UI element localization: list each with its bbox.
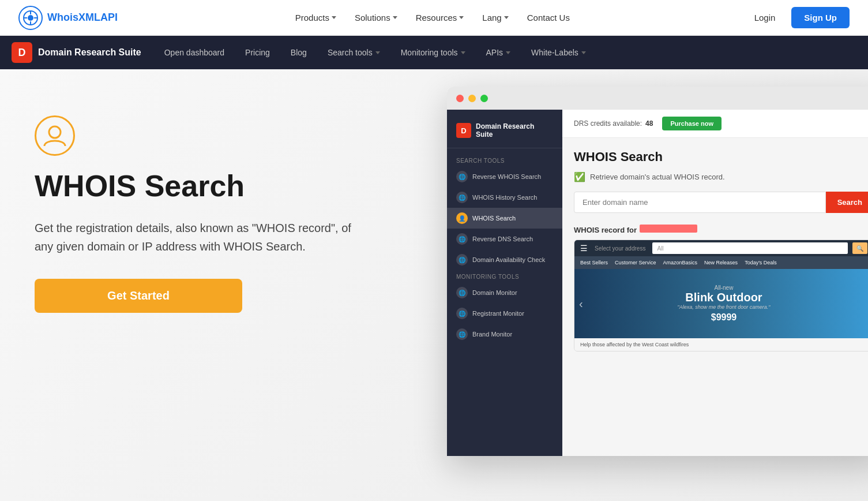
amazon-nav-best-sellers: Best Sellers xyxy=(580,260,608,266)
domain-input[interactable] xyxy=(574,192,826,213)
nav-white-labels[interactable]: White-Labels xyxy=(522,43,595,62)
logo-icon xyxy=(18,6,43,30)
amazon-search-button[interactable]: 🔍 xyxy=(852,242,867,254)
chevron-down-icon xyxy=(332,16,336,19)
app-main: DRS credits available: 48 Purchase now W… xyxy=(562,110,868,456)
amazon-hero-price: $9999 xyxy=(678,312,771,323)
tool-description: ✅ Retrieve domain's actual WHOIS record. xyxy=(574,171,868,182)
logo-area: WhoisXMLAPI xyxy=(18,6,118,30)
top-nav-menu: Products Solutions Resources Lang Contac… xyxy=(287,8,578,27)
nav-item-contact[interactable]: Contact Us xyxy=(519,8,578,27)
drs-logo-text: Domain Research Suite xyxy=(38,47,141,58)
sidebar-header: D Domain Research Suite xyxy=(447,117,562,148)
nav-blog[interactable]: Blog xyxy=(281,43,316,62)
user-icon: 👤 xyxy=(456,212,468,224)
amazon-hero-subtitle: All-new xyxy=(678,285,771,291)
chevron-down-icon xyxy=(375,51,380,54)
drs-logo-icon: D xyxy=(12,42,32,63)
globe-icon: 🌐 xyxy=(456,192,468,203)
credits-label: DRS credits available: xyxy=(574,119,642,128)
amazon-widget: ☰ Select your address All 🔍 Best Sellers… xyxy=(574,240,868,352)
browser-titlebar xyxy=(447,87,868,110)
sidebar-item-reverse-dns[interactable]: 🌐 Reverse DNS Search xyxy=(447,229,562,249)
browser-maximize-dot xyxy=(480,95,488,102)
browser-close-dot xyxy=(456,95,464,102)
nav-open-dashboard[interactable]: Open dashboard xyxy=(155,43,234,62)
browser-minimize-dot xyxy=(468,95,476,102)
amazon-nav: Best Sellers Customer Service AmazonBasi… xyxy=(574,256,868,269)
sidebar-logo-icon: D xyxy=(456,123,471,138)
whois-record-row: WHOIS record for xyxy=(574,225,868,235)
top-navigation: WhoisXMLAPI Products Solutions Resources… xyxy=(0,0,868,36)
sidebar-item-registrant-monitor[interactable]: 🌐 Registrant Monitor xyxy=(447,303,562,324)
hero-description: Get the registration details, also known… xyxy=(35,219,369,256)
globe-icon: 🌐 xyxy=(456,233,468,245)
check-icon: ✅ xyxy=(574,171,585,182)
amazon-bottom-bar: Help those affected by the West Coast wi… xyxy=(574,338,868,351)
tool-desc-text: Retrieve domain's actual WHOIS record. xyxy=(590,173,725,181)
nav-pricing[interactable]: Pricing xyxy=(236,43,279,62)
globe-icon: 🌐 xyxy=(456,328,468,340)
amazon-bottom-text: Help those affected by the West Coast wi… xyxy=(580,342,689,347)
globe-icon: 🌐 xyxy=(456,171,468,182)
signup-button[interactable]: Sign Up xyxy=(791,7,850,28)
globe-icon: 🌐 xyxy=(456,308,468,319)
nav-item-products[interactable]: Products xyxy=(287,8,344,27)
sidebar-item-domain-monitor[interactable]: 🌐 Domain Monitor xyxy=(447,282,562,303)
hero-section: WHOIS Search Get the registration detail… xyxy=(0,69,868,501)
amazon-search-input[interactable]: All xyxy=(652,242,848,254)
get-started-button[interactable]: Get Started xyxy=(35,279,242,313)
amazon-nav-new-releases: New Releases xyxy=(704,260,738,266)
chevron-down-icon xyxy=(506,51,510,54)
app-window: D Domain Research Suite Search tools 🌐 R… xyxy=(447,110,868,456)
sidebar-item-reverse-whois[interactable]: 🌐 Reverse WHOIS Search xyxy=(447,166,562,187)
amazon-top-bar: ☰ Select your address All 🔍 xyxy=(574,240,868,256)
search-tools-label: Search tools xyxy=(447,154,562,166)
hero-content: WHOIS Search Get the registration detail… xyxy=(35,104,369,313)
amazon-hero-banner: ‹ All-new Blink Outdoor "Alexa, show me … xyxy=(574,269,868,338)
redacted-domain xyxy=(640,225,697,233)
chevron-down-icon xyxy=(459,16,464,19)
login-button[interactable]: Login xyxy=(747,8,783,27)
chevron-down-icon xyxy=(461,51,465,54)
amazon-nav-todays-deals: Today's Deals xyxy=(745,260,777,266)
sidebar-item-whois-search[interactable]: 👤 WHOIS Search xyxy=(447,208,562,229)
sidebar-item-brand-monitor[interactable]: 🌐 Brand Monitor xyxy=(447,324,562,345)
amazon-hero-quote: "Alexa, show me the front door camera." xyxy=(678,304,771,310)
tool-title: WHOIS Search xyxy=(574,149,868,164)
amazon-nav-amazon-basics: AmazonBasics xyxy=(663,260,698,266)
hero-title: WHOIS Search xyxy=(35,170,369,203)
nav-monitoring-tools[interactable]: Monitoring tools xyxy=(392,43,475,62)
nav-item-lang[interactable]: Lang xyxy=(474,8,516,27)
whois-record-label: WHOIS record for xyxy=(574,226,637,234)
amazon-hero-title: Blink Outdoor xyxy=(678,291,771,304)
credits-value: 48 xyxy=(645,119,653,128)
search-button[interactable]: Search xyxy=(826,192,868,213)
amazon-hero-text: All-new Blink Outdoor "Alexa, show me th… xyxy=(678,285,771,323)
app-main-header: DRS credits available: 48 Purchase now xyxy=(562,110,868,138)
hamburger-icon: ☰ xyxy=(580,244,588,253)
search-row: Search xyxy=(574,192,868,213)
browser-mockup: D Domain Research Suite Search tools 🌐 R… xyxy=(447,87,868,456)
chevron-down-icon xyxy=(393,16,397,19)
amazon-nav-customer-service: Customer Service xyxy=(615,260,656,266)
secondary-logo: D Domain Research Suite xyxy=(12,42,141,63)
app-sidebar: D Domain Research Suite Search tools 🌐 R… xyxy=(447,110,562,456)
chevron-down-icon xyxy=(504,16,509,19)
sidebar-item-domain-availability[interactable]: 🌐 Domain Availability Check xyxy=(447,249,562,270)
amazon-prev-arrow[interactable]: ‹ xyxy=(579,297,583,311)
nav-apis[interactable]: APIs xyxy=(477,43,520,62)
sidebar-item-whois-history[interactable]: 🌐 WHOIS History Search xyxy=(447,187,562,208)
app-main-body: WHOIS Search ✅ Retrieve domain's actual … xyxy=(562,138,868,363)
purchase-now-button[interactable]: Purchase now xyxy=(662,117,722,130)
svg-point-1 xyxy=(28,15,33,21)
chevron-down-icon xyxy=(581,51,586,54)
monitoring-tools-label: Monitoring tools xyxy=(447,270,562,282)
nav-item-resources[interactable]: Resources xyxy=(408,8,472,27)
credits-area: DRS credits available: 48 Purchase now xyxy=(574,117,722,130)
amazon-address-label: Select your address xyxy=(595,245,645,252)
nav-search-tools[interactable]: Search tools xyxy=(318,43,389,62)
brand-name: WhoisXMLAPI xyxy=(47,12,118,24)
auth-area: Login Sign Up xyxy=(747,7,850,28)
nav-item-solutions[interactable]: Solutions xyxy=(347,8,405,27)
